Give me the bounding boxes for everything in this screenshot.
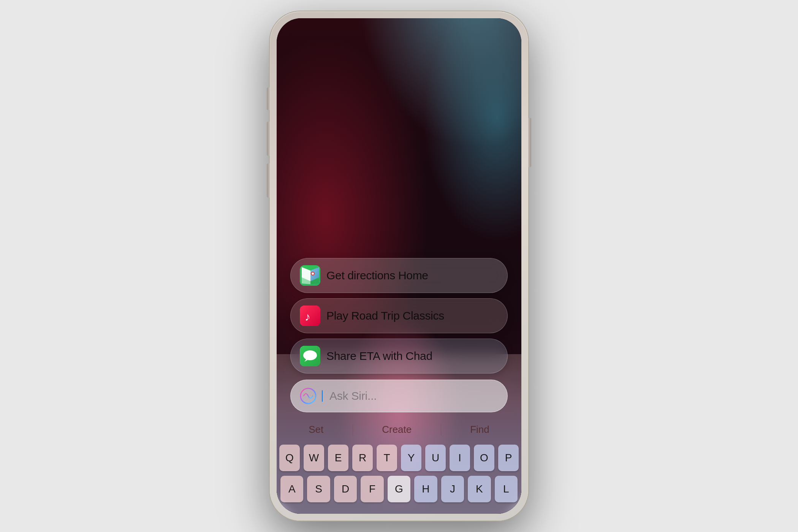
key-l[interactable]: L xyxy=(495,476,518,502)
maps-app-icon xyxy=(300,265,320,286)
keyboard-row-2: A S D F G H J K L xyxy=(280,476,518,502)
siri-suggestions: Get directions Home xyxy=(277,258,521,374)
divider-2 xyxy=(441,424,441,435)
ask-siri-bar[interactable]: Ask Siri... xyxy=(290,380,508,412)
suggestion-messages[interactable]: Share ETA with Chad xyxy=(290,339,508,374)
keyboard: Q W E R T Y U I O P A S D F G H xyxy=(277,445,521,502)
key-f[interactable]: F xyxy=(361,476,383,502)
key-d[interactable]: D xyxy=(334,476,357,502)
key-q[interactable]: Q xyxy=(279,445,300,471)
siri-cursor xyxy=(322,390,323,402)
mute-button[interactable] xyxy=(267,87,270,110)
key-t[interactable]: T xyxy=(377,445,397,471)
key-a[interactable]: A xyxy=(280,476,303,502)
key-j[interactable]: J xyxy=(441,476,464,502)
key-k[interactable]: K xyxy=(468,476,491,502)
screen-content: Get directions Home xyxy=(277,18,521,514)
quick-action-find[interactable]: Find xyxy=(462,421,497,439)
key-h[interactable]: H xyxy=(414,476,437,502)
key-u[interactable]: U xyxy=(425,445,446,471)
power-button[interactable] xyxy=(528,118,531,167)
quick-action-set[interactable]: Set xyxy=(301,421,331,439)
suggestion-directions[interactable]: Get directions Home xyxy=(290,258,508,293)
phone-screen: Get directions Home xyxy=(277,18,521,514)
key-p[interactable]: P xyxy=(498,445,519,471)
key-i[interactable]: I xyxy=(450,445,470,471)
siri-orb-icon xyxy=(300,388,317,404)
quick-actions-bar: Set Create Find xyxy=(277,416,521,443)
quick-action-create[interactable]: Create xyxy=(374,421,419,439)
svg-point-6 xyxy=(312,272,314,275)
svg-point-10 xyxy=(303,350,317,360)
key-g[interactable]: G xyxy=(388,476,410,502)
messages-app-icon xyxy=(300,346,320,366)
keyboard-row-1: Q W E R T Y U I O P xyxy=(280,445,518,471)
key-r[interactable]: R xyxy=(352,445,373,471)
suggestion-music[interactable]: ♪ Play Road Trip Classics xyxy=(290,298,508,333)
music-app-icon: ♪ xyxy=(300,306,320,326)
key-s[interactable]: S xyxy=(307,476,330,502)
music-text: Play Road Trip Classics xyxy=(326,309,444,322)
key-w[interactable]: W xyxy=(304,445,324,471)
messages-text: Share ETA with Chad xyxy=(326,350,432,363)
phone-frame: Get directions Home xyxy=(270,11,528,521)
volume-down-button[interactable] xyxy=(267,163,270,198)
svg-text:♪: ♪ xyxy=(305,310,310,323)
key-o[interactable]: O xyxy=(474,445,494,471)
key-e[interactable]: E xyxy=(328,445,348,471)
key-y[interactable]: Y xyxy=(401,445,421,471)
directions-text: Get directions Home xyxy=(326,269,428,282)
divider-1 xyxy=(353,424,353,435)
siri-placeholder: Ask Siri... xyxy=(329,390,377,402)
volume-up-button[interactable] xyxy=(267,122,270,156)
